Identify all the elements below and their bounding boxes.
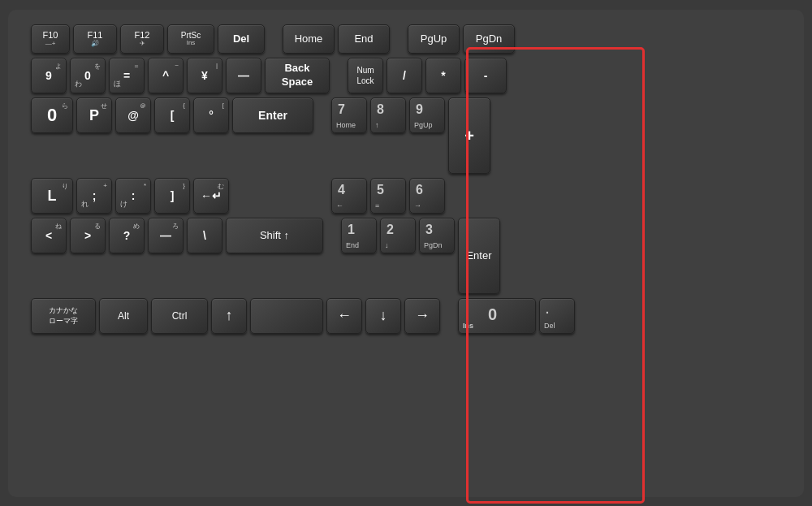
key-numpad-5-main: 5: [377, 183, 384, 197]
key-kana[interactable]: カナかなローマ字: [31, 298, 96, 334]
key-colon[interactable]: * : け: [115, 178, 151, 214]
key-enter-label: Enter: [258, 109, 287, 122]
key-0-top: を: [94, 62, 101, 71]
key-enter[interactable]: Enter: [232, 97, 313, 133]
key-del-top[interactable]: Del: [218, 24, 265, 54]
key-numpad-2[interactable]: 2 ↓: [380, 218, 416, 253]
key-dash-main: —: [238, 70, 249, 81]
key-numpad-0[interactable]: 0 Ins: [458, 298, 536, 334]
key-pgdn[interactable]: PgDn: [463, 24, 515, 54]
key-numlock[interactable]: NumLock: [348, 58, 383, 93]
key-f12-sub: ✈: [140, 40, 145, 47]
key-down-label: ↓: [380, 307, 387, 324]
key-p[interactable]: せ P: [76, 97, 112, 133]
key-numpad-2-main: 2: [387, 223, 394, 237]
key-slash-q-top: め: [133, 222, 140, 231]
key-equals-top: ＝: [133, 62, 140, 71]
key-slash-q[interactable]: め ?: [109, 218, 145, 253]
key-tilde-top: ~: [175, 62, 179, 69]
key-numpad-plus[interactable]: +: [448, 97, 490, 174]
key-equals-main: =: [123, 70, 130, 81]
key-numpad-minus[interactable]: -: [464, 58, 507, 93]
key-yen-top: |: [216, 62, 218, 69]
key-numpad-6[interactable]: 6 →: [409, 178, 445, 214]
key-at[interactable]: ＠ @: [115, 97, 151, 133]
key-dash[interactable]: —: [226, 58, 261, 93]
key-numpad-dot[interactable]: . Del: [539, 298, 575, 334]
key-numpad-5[interactable]: 5 =: [370, 178, 406, 214]
key-numpad-9-sub: PgUp: [414, 121, 433, 129]
key-pgdn-label: PgDn: [476, 32, 503, 45]
key-l-top: り: [62, 182, 68, 191]
key-minus-ro[interactable]: ろ —: [148, 218, 184, 253]
key-colon-main: :: [132, 190, 136, 201]
key-numpad-asterisk[interactable]: *: [425, 58, 461, 93]
key-l[interactable]: り L: [31, 178, 73, 214]
key-backspace[interactable]: BackSpace: [265, 58, 330, 93]
key-semicolon[interactable]: + ; れ: [76, 178, 112, 214]
key-numpad-9-main: 9: [416, 102, 423, 117]
key-up[interactable]: ↑: [211, 298, 247, 334]
key-tilde[interactable]: ~ ^: [148, 58, 184, 93]
key-numpad-3-main: 3: [425, 223, 433, 237]
key-pgup-label: PgUp: [421, 32, 447, 45]
key-numpad-plus-label: +: [464, 128, 474, 144]
key-pgup[interactable]: PgUp: [408, 24, 460, 54]
key-del-top-label: Del: [233, 32, 249, 45]
key-dot-greater-main: >: [84, 230, 91, 241]
key-9[interactable]: よ 9: [31, 58, 67, 93]
key-ctrl-label: Ctrl: [172, 310, 188, 322]
key-numpad-4[interactable]: 4 ←: [331, 178, 367, 214]
key-backslash-main: ←↵: [201, 190, 222, 201]
key-right-label: →: [415, 307, 430, 324]
key-numpad-0-main: 0: [488, 305, 497, 324]
key-alt-label: Alt: [118, 310, 129, 322]
key-backslash2[interactable]: \: [187, 218, 222, 253]
key-0-wide-main: 0: [47, 106, 57, 124]
key-bracket-open[interactable]: { [: [154, 97, 190, 133]
key-comma-less[interactable]: ね <: [31, 218, 67, 253]
key-numpad-enter-label: Enter: [466, 249, 491, 262]
key-right[interactable]: →: [404, 298, 440, 334]
key-space[interactable]: [250, 298, 323, 334]
key-prtsc[interactable]: PrtSc Ins: [167, 24, 214, 54]
key-numpad-1-main: 1: [348, 223, 355, 237]
key-numpad-9[interactable]: 9 PgUp: [409, 97, 445, 133]
key-left[interactable]: ←: [326, 298, 362, 334]
key-f11-sub: 🔊: [91, 40, 99, 47]
key-equals[interactable]: ＝ = ほ: [109, 58, 145, 93]
key-p-top: せ: [101, 102, 107, 110]
key-down[interactable]: ↓: [365, 298, 401, 334]
key-bracket-close-top: [: [222, 102, 224, 109]
key-curly-close[interactable]: } ]: [154, 178, 190, 214]
key-dot-greater[interactable]: る >: [70, 218, 106, 253]
key-numpad-enter[interactable]: Enter: [458, 218, 500, 294]
key-backslash[interactable]: む ←↵: [193, 178, 229, 214]
key-numpad-1-sub: End: [346, 241, 359, 249]
key-numpad-6-main: 6: [416, 183, 423, 197]
key-numpad-7[interactable]: 7 Home: [331, 97, 367, 133]
key-f10[interactable]: F10 —+: [31, 24, 70, 54]
key-0-kana: わ: [75, 79, 82, 89]
key-0[interactable]: を 0 わ: [70, 58, 106, 93]
key-p-main: P: [89, 108, 99, 123]
key-bracket-close[interactable]: [ °: [193, 97, 229, 133]
key-numpad-slash-label: /: [403, 70, 406, 81]
key-9-top: よ: [55, 62, 62, 71]
key-bracket-open-main: [: [171, 110, 175, 121]
key-numpad-1[interactable]: 1 End: [341, 218, 377, 253]
key-shift[interactable]: Shift ↑: [226, 218, 323, 253]
key-f12[interactable]: F12 ✈: [120, 24, 164, 54]
key-numpad-8[interactable]: 8 ↑: [370, 97, 406, 133]
key-numpad-slash[interactable]: /: [387, 58, 422, 93]
key-alt-left[interactable]: Alt: [99, 298, 148, 334]
key-f11[interactable]: F11 🔊: [73, 24, 117, 54]
key-end[interactable]: End: [338, 24, 390, 54]
key-0-wide[interactable]: ら 0: [31, 97, 73, 133]
key-f10-label: F10: [43, 30, 58, 40]
key-ctrl-right[interactable]: Ctrl: [151, 298, 208, 334]
key-yen[interactable]: | ¥: [187, 58, 222, 93]
key-numpad-3[interactable]: 3 PgDn: [419, 218, 455, 253]
key-home[interactable]: Home: [283, 24, 335, 54]
home-row: り L + ; れ * : け } ] む ←↵ 4 ←: [23, 178, 789, 214]
